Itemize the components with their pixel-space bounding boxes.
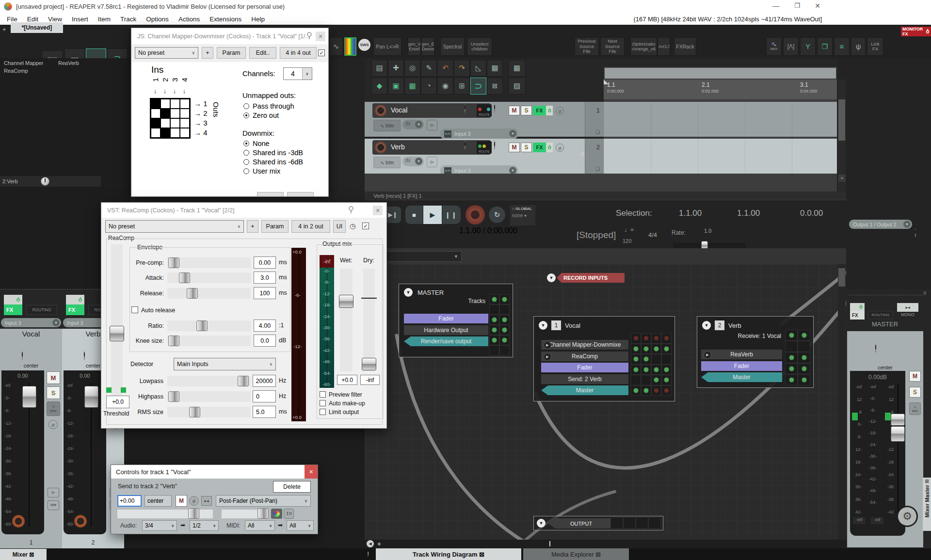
- pin-cell[interactable]: [641, 385, 651, 396]
- pin-cell[interactable]: [648, 517, 661, 528]
- midi-dst-combo[interactable]: All∨: [287, 520, 314, 531]
- menu-item[interactable]: Track: [115, 16, 141, 23]
- route-branch-icon[interactable]: Y: [800, 37, 816, 56]
- wiring-hscrollbar[interactable]: ◀: [365, 540, 846, 548]
- pin-cell[interactable]: [661, 333, 672, 344]
- wet-thumb[interactable]: [339, 295, 353, 308]
- ruler-tool-icon[interactable]: ◺: [470, 60, 486, 77]
- solo-button[interactable]: S: [521, 106, 532, 115]
- threshold-slider[interactable]: [111, 244, 123, 409]
- js-window-titlebar[interactable]: JS: Channel Mapper-Downmixer (Cockos) - …: [131, 28, 328, 44]
- close-button[interactable]: ✕: [305, 465, 318, 479]
- pin-cell[interactable]: [151, 118, 161, 128]
- chevron-down-icon[interactable]: ▼: [903, 221, 911, 228]
- zoom-tool-icon[interactable]: ◎: [404, 60, 420, 77]
- wiring-row[interactable]: Channel Mapper-Downmixe: [541, 340, 628, 350]
- pin-cell[interactable]: [499, 294, 510, 304]
- pin-cell[interactable]: [785, 363, 798, 374]
- menu-item[interactable]: File: [2, 16, 22, 23]
- fx-chain-item[interactable]: ReaVerb: [58, 59, 102, 67]
- master-fader-track[interactable]: [898, 384, 899, 522]
- pencil-icon[interactable]: ✎: [421, 60, 437, 77]
- chevron-down-icon[interactable]: ▼: [52, 319, 60, 326]
- arrange-row-verb[interactable]: [604, 139, 837, 174]
- audio-dst-combo[interactable]: 1/2∨: [190, 520, 219, 531]
- release-value[interactable]: 100: [254, 287, 276, 299]
- strip-name[interactable]: Vocal: [0, 330, 62, 338]
- precomp-value[interactable]: 0.00: [254, 256, 276, 269]
- master-output-pill[interactable]: Output 1 / Output 2▼: [849, 220, 912, 229]
- wiring-row[interactable]: Fader: [701, 361, 782, 371]
- previous-source-file-button[interactable]: PreviousSource File: [575, 37, 599, 56]
- pin-cell[interactable]: [785, 341, 798, 352]
- volume-knob[interactable]: [465, 141, 466, 150]
- track-name[interactable]: Verb: [391, 143, 405, 151]
- phase-button[interactable]: ø: [48, 420, 58, 429]
- menu-item[interactable]: Options: [141, 16, 174, 23]
- pin-cell[interactable]: [161, 109, 170, 118]
- selection-end[interactable]: 1.1.00: [737, 208, 760, 218]
- transport-time[interactable]: 1.1.00 / 0:00.000: [459, 226, 517, 235]
- limit-output-checkbox[interactable]: [320, 409, 326, 415]
- add-preset-button[interactable]: +: [247, 220, 258, 233]
- phase-button[interactable]: ø: [556, 107, 564, 115]
- color-tool-icon[interactable]: [344, 37, 356, 56]
- fx-button[interactable]: FX: [850, 311, 865, 320]
- route-button[interactable]: ROUTE: [477, 104, 492, 117]
- arrange-row-vocal[interactable]: [604, 102, 837, 137]
- mono-button[interactable]: ▸◂: [897, 303, 918, 312]
- record-input-button[interactable]: IN▾: [48, 500, 59, 510]
- ui-button[interactable]: UI: [333, 220, 346, 233]
- pin-cell[interactable]: [180, 99, 190, 109]
- slider-thumb[interactable]: [257, 508, 269, 519]
- volume-value[interactable]: 0.00: [64, 370, 106, 379]
- global-automation-button[interactable]: ⌂ GLOBAL none ▾: [510, 205, 535, 225]
- send-pan-slider[interactable]: [222, 510, 269, 518]
- partial-button[interactable]: [257, 192, 284, 196]
- mixer-master-tab[interactable]: ⊠ Mixer Master: [923, 478, 931, 531]
- trim-envelope-button[interactable]: ∿trim: [373, 157, 401, 168]
- bpm-value[interactable]: 120: [623, 238, 631, 244]
- radio-option[interactable]: Pass through: [243, 101, 294, 111]
- wet-slider[interactable]: [340, 269, 353, 371]
- peak-readout-right[interactable]: -inf: [871, 517, 883, 524]
- pin-cell[interactable]: [651, 344, 661, 354]
- folder-icon[interactable]: ❏: [595, 166, 600, 172]
- gen-v-envel-button[interactable]: gen_VEnvel: [408, 37, 421, 56]
- fx-button[interactable]: FX: [4, 304, 22, 315]
- fxrack-button[interactable]: FXRack: [674, 37, 696, 56]
- pin-cell[interactable]: [610, 517, 623, 528]
- strip-number[interactable]: 1: [0, 539, 62, 546]
- sws-icon[interactable]: SWS: [358, 39, 370, 51]
- wiring-master-box[interactable]: ▼MASTER Tracks FaderHardware OutputRende…: [399, 284, 513, 357]
- add-preset-button[interactable]: +: [202, 47, 213, 59]
- menu-item[interactable]: Insert: [67, 16, 93, 23]
- pan-lr-button[interactable]: Pan L<>R: [373, 37, 401, 56]
- menu-item[interactable]: Extensions: [205, 16, 246, 23]
- add-icon[interactable]: ✚: [388, 60, 404, 77]
- audio-src-combo[interactable]: 3/4∨: [142, 520, 177, 531]
- solo-button[interactable]: S: [47, 386, 60, 399]
- pin-cell[interactable]: [651, 385, 661, 396]
- send-phase-button[interactable]: ø: [189, 496, 199, 506]
- matrix-icon[interactable]: ▦: [404, 78, 420, 95]
- wiring-row[interactable]: Hardware Output: [404, 325, 488, 335]
- pin-cell[interactable]: [151, 109, 161, 118]
- menu-item[interactable]: View: [43, 16, 67, 23]
- brush-icon[interactable]: ▨: [508, 78, 526, 95]
- fx-enable-button[interactable]: [546, 106, 553, 115]
- pin-cell[interactable]: [641, 365, 651, 375]
- pin-cell[interactable]: [631, 344, 641, 354]
- auto-makeup-checkbox[interactable]: [320, 400, 326, 406]
- pin-cell[interactable]: [661, 375, 672, 385]
- envelope-shape-icon[interactable]: [Λ]: [783, 37, 799, 56]
- close-icon[interactable]: ✕: [923, 290, 927, 296]
- trim-envelope-button[interactable]: ∿trim: [909, 402, 921, 415]
- lowpass-slider[interactable]: [167, 376, 251, 386]
- rate-value[interactable]: 1.0: [704, 228, 711, 234]
- dots-grid-icon[interactable]: ⊞: [454, 78, 470, 95]
- send-volume-input[interactable]: +0.00: [117, 495, 142, 507]
- radio-option[interactable]: User mix: [243, 166, 303, 176]
- record-arm-button[interactable]: [74, 515, 87, 528]
- pin-cell[interactable]: [180, 109, 190, 118]
